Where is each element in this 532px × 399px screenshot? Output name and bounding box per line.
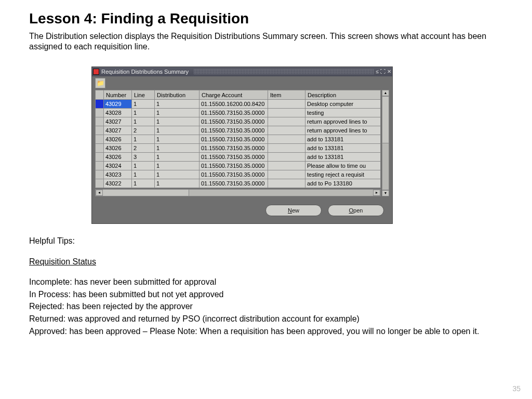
- cell[interactable]: 01.15500.73150.35.0000: [200, 135, 268, 144]
- table-row[interactable]: 430241101.15500.73150.35.0000Please allo…: [96, 162, 381, 170]
- row-handle[interactable]: [96, 162, 104, 170]
- cell[interactable]: add to 133181: [305, 135, 381, 144]
- cell[interactable]: return approved lines to: [305, 117, 381, 126]
- cell[interactable]: 1: [155, 170, 200, 179]
- col-distribution[interactable]: Distribution: [155, 90, 200, 100]
- cell[interactable]: 43027: [104, 126, 132, 135]
- cell[interactable]: [268, 100, 305, 109]
- cell[interactable]: 3: [132, 153, 155, 162]
- close-icon[interactable]: ✕: [387, 69, 391, 74]
- cell[interactable]: 1: [132, 162, 155, 170]
- cell[interactable]: 01.15500.73150.35.0000: [200, 170, 268, 179]
- col-item[interactable]: Item: [268, 90, 305, 100]
- cell[interactable]: 1: [132, 117, 155, 126]
- cell[interactable]: add to 133181: [305, 153, 381, 162]
- cell[interactable]: add to Po 133180: [305, 179, 381, 188]
- table-row[interactable]: 430271101.15500.73150.35.0000return appr…: [96, 117, 381, 126]
- cell[interactable]: add to 133181: [305, 144, 381, 153]
- cell[interactable]: 43024: [104, 162, 132, 170]
- table-row[interactable]: 430263101.15500.73150.35.0000add to 1331…: [96, 153, 381, 162]
- cell[interactable]: 1: [132, 109, 155, 117]
- minimize-icon[interactable]: ≤: [376, 69, 379, 74]
- cell[interactable]: 01.15500.73150.35.0000: [200, 117, 268, 126]
- cell[interactable]: [268, 117, 305, 126]
- row-handle[interactable]: [96, 179, 104, 188]
- scroll-right-icon[interactable]: ▸: [373, 190, 380, 196]
- scroll-left-icon[interactable]: ◂: [96, 190, 103, 196]
- cell[interactable]: Desktop computer: [305, 100, 381, 109]
- cell[interactable]: 1: [155, 126, 200, 135]
- cell[interactable]: [268, 135, 305, 144]
- row-handle[interactable]: [96, 126, 104, 135]
- distributions-summary-window: Requisition Distributions Summary ≤ ⛶ ✕ …: [91, 66, 393, 224]
- cell[interactable]: 43022: [104, 179, 132, 188]
- cell[interactable]: 1: [155, 179, 200, 188]
- cell[interactable]: 01.15500.73150.35.0000: [200, 162, 268, 170]
- table-row[interactable]: 430272101.15500.73150.35.0000return appr…: [96, 126, 381, 135]
- cell[interactable]: 01.15500.73150.35.0000: [200, 179, 268, 188]
- cell[interactable]: 1: [155, 135, 200, 144]
- col-number[interactable]: Number: [104, 90, 132, 100]
- cell[interactable]: 01.15500.73150.35.0000: [200, 153, 268, 162]
- cell[interactable]: [268, 153, 305, 162]
- cell[interactable]: 1: [155, 109, 200, 117]
- cell[interactable]: 1: [132, 100, 155, 109]
- cell[interactable]: 1: [155, 144, 200, 153]
- folder-tool-icon[interactable]: 📁: [95, 78, 105, 88]
- table-row[interactable]: 430221101.15500.73150.35.0000add to Po 1…: [96, 179, 381, 188]
- cell[interactable]: 43026: [104, 144, 132, 153]
- row-handle[interactable]: [96, 135, 104, 144]
- cell[interactable]: 1: [155, 153, 200, 162]
- horizontal-scrollbar[interactable]: ◂ ▸: [95, 189, 381, 196]
- table-row[interactable]: 430231101.15500.73150.35.0000testing rej…: [96, 170, 381, 179]
- cell[interactable]: 01.15500.73150.35.0000: [200, 126, 268, 135]
- cell[interactable]: [268, 179, 305, 188]
- cell[interactable]: 1: [132, 135, 155, 144]
- scroll-up-icon[interactable]: ▴: [382, 90, 389, 96]
- cell[interactable]: 1: [155, 100, 200, 109]
- cell[interactable]: [268, 126, 305, 135]
- open-button[interactable]: Open: [328, 205, 384, 216]
- cell[interactable]: 1: [132, 170, 155, 179]
- cell[interactable]: [268, 109, 305, 117]
- table-row[interactable]: 430262101.15500.73150.35.0000add to 1331…: [96, 144, 381, 153]
- cell[interactable]: [268, 162, 305, 170]
- row-handle[interactable]: [96, 100, 104, 109]
- row-handle[interactable]: [96, 109, 104, 117]
- row-handle[interactable]: [96, 117, 104, 126]
- cell[interactable]: Please allow to time ou: [305, 162, 381, 170]
- cell[interactable]: 1: [155, 162, 200, 170]
- cell[interactable]: 43023: [104, 170, 132, 179]
- table-row[interactable]: 430281101.15500.73150.35.0000testing: [96, 109, 381, 117]
- distributions-grid[interactable]: Number Line Distribution Charge Account …: [95, 90, 381, 188]
- col-line[interactable]: Line: [132, 90, 155, 100]
- cell[interactable]: 43026: [104, 153, 132, 162]
- table-row[interactable]: 430291101.15500.16200.00.8420Desktop com…: [96, 100, 381, 109]
- row-handle[interactable]: [96, 153, 104, 162]
- cell[interactable]: 1: [155, 117, 200, 126]
- vertical-scrollbar[interactable]: ▴ ▾: [382, 90, 389, 196]
- cell[interactable]: testing reject a requisit: [305, 170, 381, 179]
- col-charge-account[interactable]: Charge Account: [200, 90, 268, 100]
- cell[interactable]: 2: [132, 126, 155, 135]
- cell[interactable]: 43028: [104, 109, 132, 117]
- cell[interactable]: [268, 144, 305, 153]
- row-handle[interactable]: [96, 170, 104, 179]
- cell[interactable]: [268, 170, 305, 179]
- cell[interactable]: 01.15500.73150.35.0000: [200, 109, 268, 117]
- cell[interactable]: 01.15500.16200.00.8420: [200, 100, 268, 109]
- cell[interactable]: 43027: [104, 117, 132, 126]
- cell[interactable]: 1: [132, 179, 155, 188]
- col-description[interactable]: Description: [305, 90, 381, 100]
- new-button[interactable]: New: [265, 205, 322, 216]
- row-handle[interactable]: [96, 144, 104, 153]
- maximize-icon[interactable]: ⛶: [380, 69, 385, 74]
- table-row[interactable]: 430261101.15500.73150.35.0000add to 1331…: [96, 135, 381, 144]
- scroll-down-icon[interactable]: ▾: [382, 190, 389, 196]
- cell[interactable]: 2: [132, 144, 155, 153]
- cell[interactable]: 43029: [104, 100, 132, 109]
- cell[interactable]: return approved lines to: [305, 126, 381, 135]
- cell[interactable]: 01.15500.73150.35.0000: [200, 144, 268, 153]
- cell[interactable]: testing: [305, 109, 381, 117]
- cell[interactable]: 43026: [104, 135, 132, 144]
